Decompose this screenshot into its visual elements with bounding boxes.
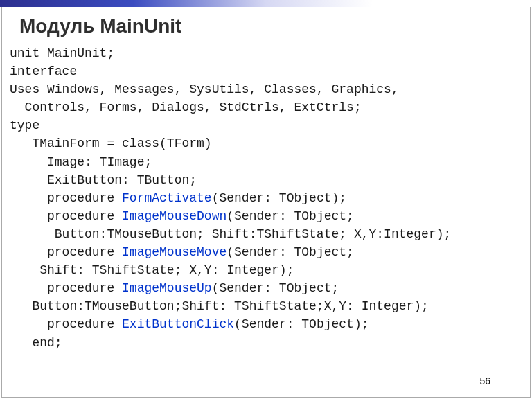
page-number: 56	[479, 375, 490, 387]
code-line: interface	[10, 64, 77, 78]
code-line: type	[10, 118, 39, 132]
top-gradient-bar	[0, 0, 532, 7]
code-keyword: FormActivate	[122, 191, 212, 205]
code-text: (Sender: TObject;	[227, 209, 354, 223]
code-text: procedure	[10, 317, 122, 331]
code-text: procedure	[10, 209, 122, 223]
code-line: ExitButton: TButton;	[10, 173, 197, 187]
code-text: (Sender: TObject);	[212, 191, 346, 205]
code-line: Controls, Forms, Dialogs, StdCtrls, ExtC…	[10, 100, 362, 114]
code-line: Uses Windows, Messages, SysUtils, Classe…	[10, 82, 399, 96]
code-text: procedure	[10, 191, 122, 205]
code-line: Button:TMouseButton;Shift: TShiftState;X…	[10, 299, 429, 313]
code-line: TMainForm = class(TForm)	[10, 136, 212, 150]
code-text: procedure	[10, 281, 122, 295]
code-line: procedure FormActivate(Sender: TObject);	[10, 191, 346, 205]
code-block: unit MainUnit; interface Uses Windows, M…	[10, 44, 522, 352]
code-keyword: ImageMouseDown	[122, 209, 227, 223]
code-line: procedure ExitButtonClick(Sender: TObjec…	[10, 317, 369, 331]
code-keyword: ExitButtonClick	[122, 317, 234, 331]
code-keyword: ImageMouseMove	[122, 245, 227, 259]
slide: Модуль MainUnit unit MainUnit; interface…	[0, 0, 532, 399]
code-line: Shift: TShiftState; X,Y: Integer);	[10, 263, 294, 277]
code-line: end;	[10, 336, 62, 350]
code-line: procedure ImageMouseDown(Sender: TObject…	[10, 209, 354, 223]
code-text: (Sender: TObject);	[234, 317, 369, 331]
code-line: Image: TImage;	[10, 155, 152, 169]
page-title: Модуль MainUnit	[19, 15, 181, 37]
code-text: procedure	[10, 245, 122, 259]
code-line: Button:TMouseButton; Shift:TShiftState; …	[10, 227, 451, 241]
code-text: (Sender: TObject;	[227, 245, 354, 259]
code-keyword: ImageMouseUp	[122, 281, 212, 295]
code-line: procedure ImageMouseMove(Sender: TObject…	[10, 245, 354, 259]
code-line: unit MainUnit;	[10, 46, 114, 60]
code-text: (Sender: TObject;	[212, 281, 339, 295]
code-line: procedure ImageMouseUp(Sender: TObject;	[10, 281, 339, 295]
